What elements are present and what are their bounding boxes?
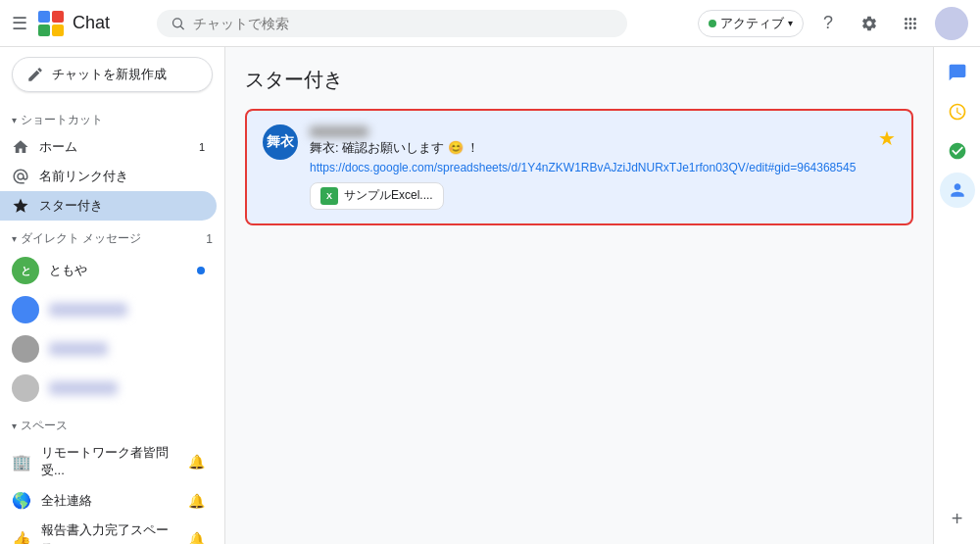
spaces-section-header[interactable]: ▾ スペース: [0, 408, 224, 438]
app-title: Chat: [73, 13, 110, 33]
mention-label: 名前リンク付き: [39, 168, 128, 185]
chat-icon: [948, 63, 967, 82]
space-icon-2: 👍: [12, 530, 31, 545]
message-text: 舞衣: 確認お願いします 😊 ！: [310, 139, 866, 157]
sidebar-item-dm1[interactable]: [0, 290, 217, 329]
sidebar-item-home[interactable]: ホーム 1: [0, 132, 217, 162]
svg-rect-1: [38, 11, 50, 23]
dm3-label: [49, 381, 118, 395]
user-avatar[interactable]: [935, 7, 968, 40]
star-icon: [12, 197, 29, 215]
sidebar-item-tomoya[interactable]: と ともや: [0, 251, 217, 290]
home-badge: 1: [199, 141, 205, 153]
dm1-label: [49, 303, 127, 317]
message-sender-name: [310, 124, 866, 137]
right-sidebar: +: [933, 47, 980, 544]
dm3-avatar: [12, 374, 39, 402]
space-icon-0: 🏢: [12, 453, 31, 471]
notification-icon-1: 🔔: [188, 493, 205, 509]
new-chat-label: チャットを新規作成: [52, 66, 167, 83]
svg-rect-4: [52, 25, 64, 36]
shortcuts-section-header[interactable]: ▾ ショートカット: [0, 102, 224, 132]
help-icon: ?: [823, 13, 833, 33]
search-input[interactable]: [193, 16, 613, 31]
sidebar-item-starred[interactable]: スター付き: [0, 191, 217, 221]
status-label: アクティブ: [720, 15, 784, 32]
shortcuts-label: ショートカット: [21, 112, 103, 128]
clock-icon: [948, 102, 967, 122]
chevron-down-icon: ▾: [12, 420, 17, 431]
gear-icon: [860, 15, 878, 32]
notification-icon-2: 🔔: [188, 531, 205, 544]
new-chat-button[interactable]: チャットを新規作成: [12, 57, 213, 92]
home-icon: [12, 138, 29, 156]
home-label: ホーム: [39, 138, 77, 156]
space-label-1: 全社連絡: [41, 492, 92, 510]
menu-icon[interactable]: ☰: [12, 13, 27, 34]
star-button[interactable]: ★: [878, 126, 896, 150]
main-content: スター付き 舞衣 舞衣: 確認お願いします 😊 ！ https://docs.g…: [225, 47, 933, 544]
chevron-down-icon: ▾: [12, 233, 17, 244]
starred-label: スター付き: [39, 197, 103, 215]
sidebar-item-dm3[interactable]: [0, 369, 217, 408]
dm1-avatar: [12, 296, 39, 323]
search-bar: [157, 10, 627, 37]
status-indicator[interactable]: アクティブ ▾: [698, 10, 804, 37]
app-logo: Chat: [35, 8, 110, 39]
space-label-2: 報告書入力完了スペース: [41, 521, 178, 544]
sidebar: チャットを新規作成 ▾ ショートカット ホーム 1 名前リンク付き スター付き: [0, 47, 225, 544]
chevron-down-icon: ▾: [12, 115, 17, 125]
clock-panel-icon[interactable]: [940, 94, 975, 129]
message-body: 舞衣: 確認お願いします 😊 ！ https://docs.google.com…: [310, 124, 866, 210]
message-attachment[interactable]: X サンプルExcel....: [310, 182, 444, 210]
sidebar-item-space-1[interactable]: 🌎 全社連絡 🔔: [0, 485, 217, 516]
svg-line-6: [180, 25, 183, 28]
help-button[interactable]: ?: [811, 7, 845, 40]
spaces-section-label: スペース: [21, 418, 68, 434]
main-layout: チャットを新規作成 ▾ ショートカット ホーム 1 名前リンク付き スター付き: [0, 47, 980, 544]
sidebar-item-mention[interactable]: 名前リンク付き: [0, 162, 217, 191]
message-sender-avatar: 舞衣: [263, 124, 298, 160]
grid-button[interactable]: [894, 7, 927, 40]
sidebar-item-space-0[interactable]: 🏢 リモートワーク者皆問受... 🔔: [0, 438, 217, 485]
chat-panel-icon[interactable]: [940, 55, 975, 90]
svg-rect-3: [38, 25, 50, 36]
page-title: スター付き: [245, 67, 913, 93]
tomoya-avatar: と: [12, 257, 39, 284]
check-circle-icon: [948, 141, 967, 161]
starred-message-card[interactable]: 舞衣 舞衣: 確認お願いします 😊 ！ https://docs.google.…: [245, 109, 913, 225]
notification-icon-0: 🔔: [188, 454, 205, 470]
plus-icon: +: [952, 508, 963, 530]
dm-section-label: ダイレクト メッセージ: [21, 230, 141, 247]
person-icon: [948, 180, 967, 200]
tomoya-label: ともや: [49, 262, 87, 279]
chat-logo-icon: [35, 8, 67, 39]
check-panel-icon[interactable]: [940, 133, 975, 169]
dm-badge: 1: [206, 232, 213, 246]
dm2-avatar: [12, 335, 39, 363]
dm2-label: [49, 342, 108, 356]
people-panel-icon[interactable]: [940, 173, 975, 208]
message-link[interactable]: https://docs.google.com/spreadsheets/d/1…: [310, 161, 866, 174]
svg-rect-2: [52, 11, 64, 23]
settings-button[interactable]: [853, 7, 886, 40]
grid-icon: [902, 15, 919, 32]
pencil-icon: [26, 66, 44, 83]
topbar-right: アクティブ ▾ ?: [698, 7, 968, 40]
space-label-0: リモートワーク者皆問受...: [41, 444, 178, 479]
at-icon: [12, 168, 29, 185]
chevron-down-icon: ▾: [788, 18, 793, 28]
space-icon-1: 🌎: [12, 491, 31, 510]
dm-section-header[interactable]: ▾ ダイレクト メッセージ 1: [0, 221, 224, 251]
attachment-label: サンプルExcel....: [344, 187, 433, 204]
topbar: ☰ Chat アクティブ ▾ ?: [0, 0, 980, 47]
search-icon: [171, 16, 185, 31]
status-dot: [709, 20, 716, 27]
excel-icon: X: [320, 187, 338, 205]
sidebar-item-dm2[interactable]: [0, 329, 217, 369]
add-panel-button[interactable]: +: [940, 501, 975, 536]
sidebar-item-space-2[interactable]: 👍 報告書入力完了スペース 🔔: [0, 516, 217, 544]
tomoya-dot-badge: [197, 267, 205, 274]
